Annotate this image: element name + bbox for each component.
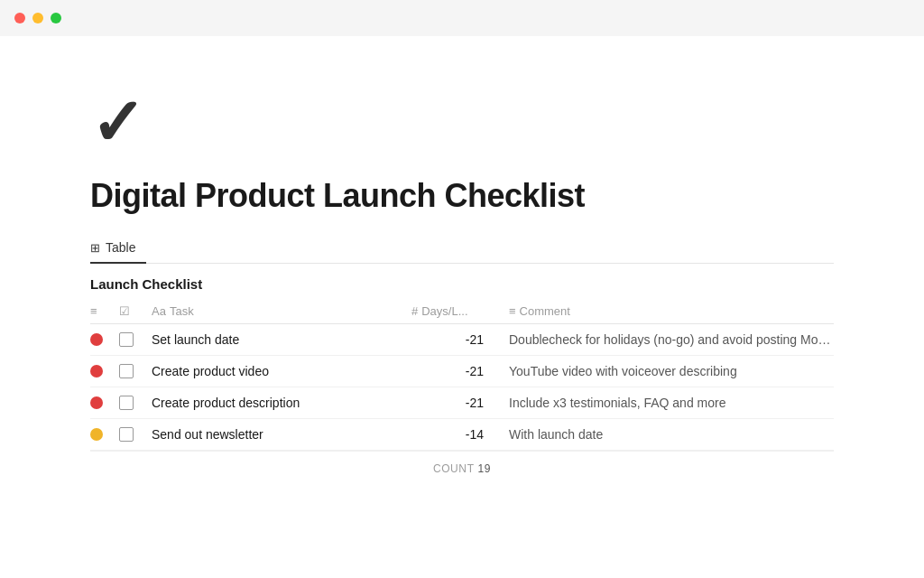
row-days-value: -14 xyxy=(411,427,502,442)
row-task-name: Set launch date xyxy=(152,332,404,347)
row-task-name: Create product video xyxy=(152,364,404,378)
col-comment-header: ≡ Comment xyxy=(509,304,834,318)
section-header: Launch Checklist xyxy=(90,264,834,299)
row-days-value: -21 xyxy=(411,332,502,347)
row-checkbox[interactable] xyxy=(119,427,134,442)
row-comment-text: Include x3 testimonials, FAQ and more xyxy=(509,396,834,410)
table-footer: COUNT 19 xyxy=(90,451,834,486)
minimize-button[interactable] xyxy=(32,13,43,23)
view-tabs: ⊞ Table xyxy=(90,233,834,264)
row-status-dot xyxy=(90,365,112,378)
row-checkbox[interactable] xyxy=(119,332,134,347)
days-type-icon: # xyxy=(411,304,418,318)
row-checkbox-cell[interactable] xyxy=(119,364,144,378)
status-indicator xyxy=(90,396,103,409)
row-task-name: Create product description xyxy=(152,396,404,410)
close-button[interactable] xyxy=(14,13,25,23)
tab-table-label: Table xyxy=(106,240,135,255)
page-title: Digital Product Launch Checklist xyxy=(90,177,834,215)
main-content: ✓ Digital Product Launch Checklist ⊞ Tab… xyxy=(0,36,924,578)
table-container: Launch Checklist ≡ ☑ Aa Task # Days/L...… xyxy=(90,264,834,486)
tab-table[interactable]: ⊞ Table xyxy=(90,233,146,264)
row-comment-text: YouTube video with voiceover describing xyxy=(509,364,834,378)
table-row[interactable]: Create product description -21 Include x… xyxy=(90,387,834,419)
title-bar xyxy=(0,0,924,36)
row-checkbox-cell[interactable] xyxy=(119,396,144,410)
row-comment-text: With launch date xyxy=(509,427,834,442)
table-row[interactable]: Send out newsletter -14 With launch date xyxy=(90,419,834,451)
table-row[interactable]: Create product video -21 YouTube video w… xyxy=(90,356,834,387)
row-checkbox-cell[interactable] xyxy=(119,427,144,442)
status-indicator xyxy=(90,365,103,378)
row-checkbox[interactable] xyxy=(119,364,134,378)
checkbox-icon: ☑ xyxy=(119,304,130,318)
table-row[interactable]: Set launch date -21 Doublecheck for holi… xyxy=(90,324,834,356)
maximize-button[interactable] xyxy=(51,13,61,23)
col-days-header: # Days/L... xyxy=(411,304,502,318)
count-value: 19 xyxy=(478,462,492,475)
col-drag-handle: ≡ xyxy=(90,304,112,318)
status-indicator xyxy=(90,333,103,346)
row-status-dot xyxy=(90,428,112,441)
row-status-dot xyxy=(90,396,112,409)
drag-icon: ≡ xyxy=(90,304,97,318)
task-col-label: Task xyxy=(170,304,194,318)
row-days-value: -21 xyxy=(411,396,502,410)
row-days-value: -21 xyxy=(411,364,502,378)
table-icon: ⊞ xyxy=(90,241,100,255)
comment-col-label: Comment xyxy=(520,304,570,318)
row-comment-text: Doublecheck for holidays (no-go) and avo… xyxy=(509,332,834,347)
row-checkbox[interactable] xyxy=(119,396,134,410)
task-type-icon: Aa xyxy=(152,304,166,318)
col-checkbox-header: ☑ xyxy=(119,304,144,318)
page-icon: ✓ xyxy=(90,90,834,155)
row-status-dot xyxy=(90,333,112,346)
col-task-header: Aa Task xyxy=(152,304,404,318)
table-rows: Set launch date -21 Doublecheck for holi… xyxy=(90,324,834,451)
comment-type-icon: ≡ xyxy=(509,304,516,318)
count-label: COUNT xyxy=(433,462,475,475)
row-checkbox-cell[interactable] xyxy=(119,332,144,347)
days-col-label: Days/L... xyxy=(421,304,467,318)
row-task-name: Send out newsletter xyxy=(152,427,404,442)
table-header: ≡ ☑ Aa Task # Days/L... ≡ Comment xyxy=(90,299,834,324)
status-indicator xyxy=(90,428,103,441)
